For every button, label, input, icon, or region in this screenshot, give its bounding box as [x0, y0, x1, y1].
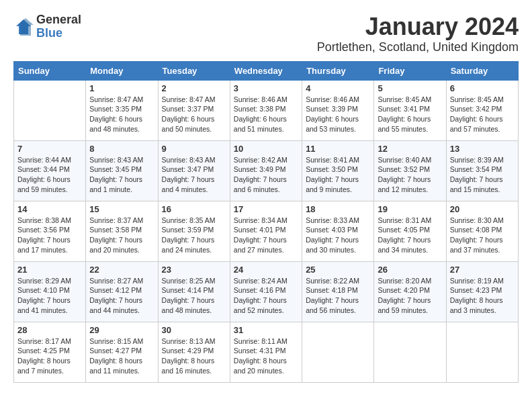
day-number: 16: [162, 204, 226, 214]
day-number: 8: [89, 144, 154, 154]
day-info: Sunrise: 8:43 AMSunset: 3:45 PMDaylight:…: [89, 155, 154, 195]
day-info: Sunrise: 8:40 AMSunset: 3:52 PMDaylight:…: [378, 155, 442, 195]
calendar-cell: 9Sunrise: 8:43 AMSunset: 3:47 PMDaylight…: [158, 140, 230, 201]
day-number: 19: [378, 204, 442, 214]
day-number: 20: [450, 204, 515, 214]
week-row-5: 28Sunrise: 8:17 AMSunset: 4:25 PMDayligh…: [14, 322, 519, 382]
week-row-1: 1Sunrise: 8:47 AMSunset: 3:35 PMDaylight…: [14, 80, 519, 140]
day-header-saturday: Saturday: [446, 61, 518, 80]
day-number: 7: [17, 144, 82, 154]
calendar-cell: [446, 322, 518, 382]
calendar-cell: [14, 80, 86, 140]
day-header-sunday: Sunday: [14, 61, 86, 80]
logo-general: General: [36, 13, 81, 27]
day-info: Sunrise: 8:47 AMSunset: 3:35 PMDaylight:…: [89, 95, 154, 134]
logo-blue: Blue: [36, 27, 81, 40]
day-number: 6: [450, 83, 515, 93]
day-info: Sunrise: 8:42 AMSunset: 3:49 PMDaylight:…: [234, 155, 298, 195]
day-header-wednesday: Wednesday: [230, 61, 302, 80]
day-info: Sunrise: 8:22 AMSunset: 4:18 PMDaylight:…: [306, 276, 370, 316]
calendar-header-row: SundayMondayTuesdayWednesdayThursdayFrid…: [14, 61, 519, 80]
calendar-cell: 10Sunrise: 8:42 AMSunset: 3:49 PMDayligh…: [230, 140, 302, 201]
calendar-cell: 1Sunrise: 8:47 AMSunset: 3:35 PMDaylight…: [86, 80, 158, 140]
day-info: Sunrise: 8:43 AMSunset: 3:47 PMDaylight:…: [162, 155, 226, 195]
calendar-cell: 31Sunrise: 8:11 AMSunset: 4:31 PMDayligh…: [230, 322, 302, 382]
day-header-monday: Monday: [86, 61, 158, 80]
calendar-cell: [302, 322, 374, 382]
day-info: Sunrise: 8:15 AMSunset: 4:27 PMDaylight:…: [89, 336, 154, 376]
day-number: 9: [162, 144, 226, 154]
calendar-cell: 2Sunrise: 8:47 AMSunset: 3:37 PMDaylight…: [158, 80, 230, 140]
day-info: Sunrise: 8:38 AMSunset: 3:56 PMDaylight:…: [17, 216, 82, 255]
day-info: Sunrise: 8:29 AMSunset: 4:10 PMDaylight:…: [17, 276, 82, 316]
day-info: Sunrise: 8:33 AMSunset: 4:03 PMDaylight:…: [306, 216, 370, 255]
logo: General Blue: [13, 13, 81, 40]
day-info: Sunrise: 8:39 AMSunset: 3:54 PMDaylight:…: [450, 155, 515, 195]
day-info: Sunrise: 8:17 AMSunset: 4:25 PMDaylight:…: [17, 336, 82, 376]
day-number: 3: [234, 83, 298, 93]
calendar-cell: 30Sunrise: 8:13 AMSunset: 4:29 PMDayligh…: [158, 322, 230, 382]
month-title: January 2024: [317, 13, 519, 40]
day-number: 28: [17, 325, 82, 335]
calendar-cell: 6Sunrise: 8:45 AMSunset: 3:42 PMDaylight…: [446, 80, 518, 140]
calendar-cell: 16Sunrise: 8:35 AMSunset: 3:59 PMDayligh…: [158, 201, 230, 261]
calendar-cell: 19Sunrise: 8:31 AMSunset: 4:05 PMDayligh…: [374, 201, 446, 261]
calendar-cell: 4Sunrise: 8:46 AMSunset: 3:39 PMDaylight…: [302, 80, 374, 140]
day-number: 4: [306, 83, 370, 93]
calendar-cell: 8Sunrise: 8:43 AMSunset: 3:45 PMDaylight…: [86, 140, 158, 201]
day-info: Sunrise: 8:46 AMSunset: 3:38 PMDaylight:…: [234, 95, 298, 134]
day-header-tuesday: Tuesday: [158, 61, 230, 80]
calendar-cell: 20Sunrise: 8:30 AMSunset: 4:08 PMDayligh…: [446, 201, 518, 261]
calendar-cell: 14Sunrise: 8:38 AMSunset: 3:56 PMDayligh…: [14, 201, 86, 261]
day-number: 25: [306, 265, 370, 275]
day-info: Sunrise: 8:45 AMSunset: 3:42 PMDaylight:…: [450, 95, 515, 134]
day-number: 23: [162, 265, 226, 275]
day-number: 14: [17, 204, 82, 214]
day-number: 21: [17, 265, 82, 275]
day-info: Sunrise: 8:27 AMSunset: 4:12 PMDaylight:…: [89, 276, 154, 316]
day-number: 30: [162, 325, 226, 335]
page-header: General Blue January 2024 Portlethen, Sc…: [13, 13, 519, 54]
location: Portlethen, Scotland, United Kingdom: [317, 40, 519, 54]
day-number: 2: [162, 83, 226, 93]
calendar-cell: 12Sunrise: 8:40 AMSunset: 3:52 PMDayligh…: [374, 140, 446, 201]
day-number: 29: [89, 325, 154, 335]
calendar-cell: 24Sunrise: 8:24 AMSunset: 4:16 PMDayligh…: [230, 261, 302, 322]
day-info: Sunrise: 8:30 AMSunset: 4:08 PMDaylight:…: [450, 216, 515, 255]
week-row-3: 14Sunrise: 8:38 AMSunset: 3:56 PMDayligh…: [14, 201, 519, 261]
day-info: Sunrise: 8:20 AMSunset: 4:20 PMDaylight:…: [378, 276, 442, 316]
day-number: 12: [378, 144, 442, 154]
day-info: Sunrise: 8:34 AMSunset: 4:01 PMDaylight:…: [234, 216, 298, 255]
day-info: Sunrise: 8:13 AMSunset: 4:29 PMDaylight:…: [162, 336, 226, 376]
day-header-thursday: Thursday: [302, 61, 374, 80]
week-row-4: 21Sunrise: 8:29 AMSunset: 4:10 PMDayligh…: [14, 261, 519, 322]
day-info: Sunrise: 8:41 AMSunset: 3:50 PMDaylight:…: [306, 155, 370, 195]
day-number: 18: [306, 204, 370, 214]
calendar-cell: 13Sunrise: 8:39 AMSunset: 3:54 PMDayligh…: [446, 140, 518, 201]
calendar-cell: 28Sunrise: 8:17 AMSunset: 4:25 PMDayligh…: [14, 322, 86, 382]
logo-text: General Blue: [36, 13, 81, 40]
calendar-cell: 7Sunrise: 8:44 AMSunset: 3:44 PMDaylight…: [14, 140, 86, 201]
day-info: Sunrise: 8:44 AMSunset: 3:44 PMDaylight:…: [17, 155, 82, 195]
day-number: 5: [378, 83, 442, 93]
title-block: January 2024 Portlethen, Scotland, Unite…: [317, 13, 519, 54]
day-info: Sunrise: 8:25 AMSunset: 4:14 PMDaylight:…: [162, 276, 226, 316]
day-info: Sunrise: 8:45 AMSunset: 3:41 PMDaylight:…: [378, 95, 442, 134]
day-info: Sunrise: 8:46 AMSunset: 3:39 PMDaylight:…: [306, 95, 370, 134]
logo-icon: [13, 17, 34, 37]
calendar-cell: 11Sunrise: 8:41 AMSunset: 3:50 PMDayligh…: [302, 140, 374, 201]
day-number: 26: [378, 265, 442, 275]
calendar-cell: 3Sunrise: 8:46 AMSunset: 3:38 PMDaylight…: [230, 80, 302, 140]
calendar-cell: 29Sunrise: 8:15 AMSunset: 4:27 PMDayligh…: [86, 322, 158, 382]
day-number: 31: [234, 325, 298, 335]
calendar-cell: 15Sunrise: 8:37 AMSunset: 3:58 PMDayligh…: [86, 201, 158, 261]
day-number: 1: [89, 83, 154, 93]
day-number: 13: [450, 144, 515, 154]
calendar-cell: 18Sunrise: 8:33 AMSunset: 4:03 PMDayligh…: [302, 201, 374, 261]
day-number: 22: [89, 265, 154, 275]
calendar-cell: 21Sunrise: 8:29 AMSunset: 4:10 PMDayligh…: [14, 261, 86, 322]
day-number: 10: [234, 144, 298, 154]
day-number: 24: [234, 265, 298, 275]
calendar-cell: [374, 322, 446, 382]
calendar-cell: 5Sunrise: 8:45 AMSunset: 3:41 PMDaylight…: [374, 80, 446, 140]
